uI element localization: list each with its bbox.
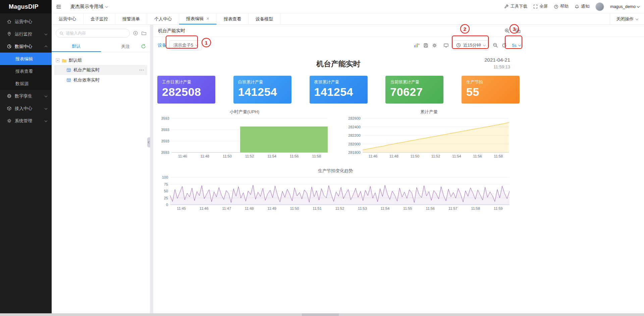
time-range-value: 近15分钟 [463,42,481,48]
kpi-value: 282508 [162,85,211,99]
help-button[interactable]: 帮助 [554,4,569,9]
close-operations-label: 关闭操作 [616,16,634,22]
operations-center-icon [7,19,12,24]
save-icon[interactable] [423,43,428,48]
svg-text:11:48: 11:48 [200,154,209,158]
tree-group-default[interactable]: 默认组 [54,56,147,65]
svg-text:11:46: 11:46 [178,154,187,158]
zoom-out-icon[interactable] [493,43,498,48]
svg-text:11:46: 11:46 [369,154,378,158]
kpi-card-current-shift-total: 当前班累计产量 70627 [385,76,443,104]
sidebar-collapse-icon[interactable] [52,4,66,9]
settings-gear-icon[interactable] [432,43,437,48]
svg-text:11:50: 11:50 [223,154,232,158]
report-header: 机台产能实时 [153,25,644,37]
sidebar-subitem-label: 报表编辑 [15,56,33,62]
sidebar-item-label: 接入中心 [15,106,32,112]
device-select[interactable]: 演示盒子5 [169,40,202,50]
sidebar-item-operations-center[interactable]: 运营中心 [0,15,52,28]
svg-text:11:59: 11:59 [494,206,503,210]
time-range-select[interactable]: 近15分钟 [452,40,489,50]
report-title: 机台产能实时 [158,28,185,34]
sidebar-item-report-view[interactable]: 报表查看 [0,65,52,77]
app-logo: MagusDIP [0,0,52,13]
username: magus_demo [610,4,636,9]
device-select-value: 演示盒子5 [173,42,193,48]
svg-text:282400: 282400 [348,125,361,129]
sidebar-item-report-edit[interactable]: 报表编辑 [0,53,52,65]
tree-item-capacity-realtime[interactable]: 机台产能实时 [54,65,147,75]
multi-screen-icon[interactable] [515,28,521,34]
panel-collapse-handle[interactable] [147,137,150,147]
kpi-card-workday-total: 工作日累计产量 282508 [157,76,215,104]
refresh-interval-select[interactable]: 5s [511,43,522,48]
tab-report-view[interactable]: 报表查看 [217,13,249,24]
svg-text:11:53: 11:53 [358,206,367,210]
collapse-box-icon[interactable] [56,58,60,62]
chevron-down-icon [637,5,640,7]
tab-operations-center[interactable]: 运营中心 [52,13,84,24]
tab-label: 报表编辑 [186,16,204,22]
tab-device-model[interactable]: 设备模型 [249,13,280,24]
tab-alarm-list[interactable]: 报警清单 [115,13,147,24]
svg-text:11:57: 11:57 [448,206,458,210]
tree-group-label: 默认组 [69,57,82,63]
fullscreen-label: 全屏 [539,4,548,9]
refresh-tree-icon[interactable] [141,44,146,49]
zoom-in-icon[interactable] [504,28,510,34]
content-area: 默认 关注 默认组 机台产能实时 机台效率实时 机台产能实时 [52,25,644,313]
help-label: 帮助 [560,4,569,9]
user-avatar[interactable] [595,2,604,11]
tools-download-label: 工具下载 [511,4,527,9]
report-tree: 默认组 机台产能实时 机台效率实时 [52,52,150,88]
svg-text:11:55: 11:55 [403,206,412,210]
chevron-down-icon [483,44,486,46]
fullscreen-button[interactable]: 全屏 [533,4,548,9]
svg-text:11:51: 11:51 [313,206,322,210]
notifications-button[interactable]: 通知 [575,4,589,9]
tree-item-label: 机台产能实时 [73,67,100,73]
user-menu[interactable]: magus_demo [610,4,639,9]
sidebar-item-digital-twin[interactable]: 数字孪生 [0,90,52,102]
sidebar-subitem-label: 数据源 [15,81,29,87]
report-tree-panel: 默认 关注 默认组 机台产能实时 机台效率实时 [52,25,150,313]
device-label: 设备 [158,42,166,48]
search-input[interactable] [66,31,126,36]
sidebar-item-system-management[interactable]: 系统管理 [0,115,52,127]
tree-item-efficiency-realtime[interactable]: 机台效率实时 [54,75,147,85]
tab-box-monitoring[interactable]: 盒子监控 [84,13,115,24]
tab-report-edit[interactable]: 报表编辑 [179,13,217,24]
refresh-icon[interactable] [502,43,507,48]
svg-text:11:56: 11:56 [473,154,482,158]
more-options-icon[interactable] [139,69,144,71]
close-operations-dropdown[interactable]: 关闭操作 [610,13,644,24]
sidebar-item-run-monitoring[interactable]: 运行监控 [0,28,52,40]
svg-text:11:52: 11:52 [335,206,344,210]
workspace-selector[interactable]: 麦杰展示专用域 [70,4,108,10]
sidebar: MagusDIP 运营中心 运行监控 数据中心 报表编辑 报表查看 数据源 [0,0,52,313]
tab-default[interactable]: 默认 [52,41,101,52]
tools-download-button[interactable]: 工具下载 [504,4,527,9]
charts-row: 小时产量(UPH) 359335933593359311:4611:4811:5… [157,109,520,159]
tab-personal-center[interactable]: 个人中心 [147,13,179,24]
sidebar-item-data-center[interactable]: 数据中心 [0,40,52,53]
tab-close-icon[interactable] [206,17,209,20]
kpi-label: 工作日累计产量 [162,79,211,85]
display-monitor-icon[interactable] [443,43,449,48]
kpi-value: 70627 [390,85,439,99]
sidebar-item-access-center[interactable]: 接入中心 [0,102,52,115]
chevron-down-icon [518,44,521,46]
add-chart-icon[interactable] [414,43,420,48]
takt-trend-chart: 100755025011:4511:4611:4711:4811:4911:50… [157,175,514,211]
sidebar-item-data-source[interactable]: 数据源 [0,77,52,90]
new-folder-icon[interactable] [141,30,147,36]
access-center-icon [7,106,12,111]
report-header-icons [504,28,521,34]
tab-follow-label: 关注 [121,44,130,50]
notifications-label: 通知 [581,4,589,9]
add-report-icon[interactable] [133,30,138,36]
kpi-label: 夜班累计产量 [314,79,363,85]
taskbar-strip [0,313,644,316]
data-center-icon [7,44,12,49]
workspace-title: 麦杰展示专用域 [70,4,103,10]
